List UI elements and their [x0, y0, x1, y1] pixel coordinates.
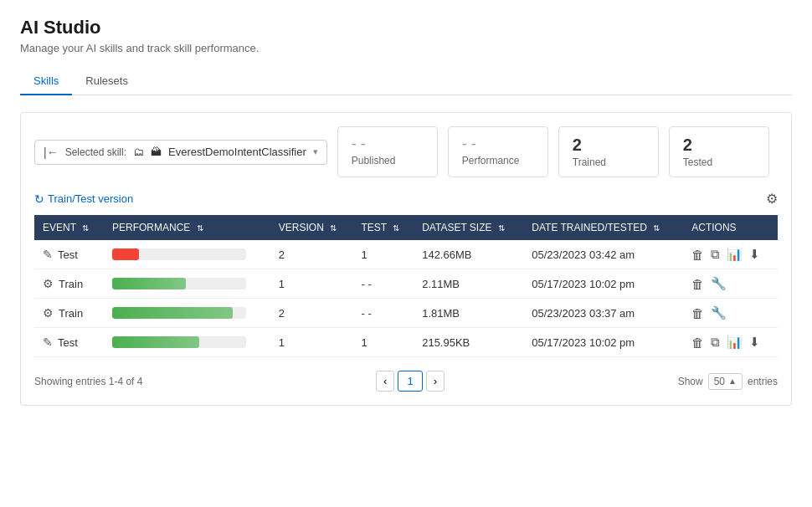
trained-value: 2	[573, 136, 645, 155]
per-page-value: 50	[714, 376, 725, 387]
train-test-button[interactable]: ↻ Train/Test version	[34, 192, 133, 206]
stats-cards: - - Published - - Performance 2 Trained …	[337, 126, 778, 177]
gear-icon: ⚙	[766, 192, 778, 206]
main-content: |← Selected skill: 🗂 🏔 EverestDemoIntent…	[20, 112, 792, 406]
sort-icon-event: ⇅	[82, 223, 89, 233]
delete-icon[interactable]: 🗑	[691, 248, 704, 262]
delete-icon[interactable]: 🗑	[691, 335, 704, 350]
pagination-controls: ‹ 1 ›	[376, 371, 445, 392]
refresh-icon: ↻	[34, 192, 44, 206]
toolbar: ↻ Train/Test version ⚙	[34, 191, 778, 207]
download-icon[interactable]: ⬇	[749, 247, 760, 262]
event-label: Test	[58, 248, 78, 261]
page-title: AI Studio	[20, 17, 792, 38]
table-header-row: EVENT ⇅ PERFORMANCE ⇅ VERSION ⇅ TEST ⇅	[34, 215, 778, 240]
table-row: ⚙ Train 2- -1.81MB05/23/2023 03:37 am🗑🔧	[34, 299, 778, 328]
performance-bar	[112, 278, 246, 289]
show-label: Show	[678, 376, 703, 387]
chevron-down-icon: ▾	[313, 146, 318, 157]
train-icon: ⚙	[43, 277, 54, 290]
pencil-icon: ✎	[43, 248, 53, 261]
copy-icon[interactable]: ⧉	[711, 247, 720, 262]
sort-icon-perf: ⇅	[197, 223, 203, 233]
sort-icon-dataset: ⇅	[498, 223, 505, 233]
delete-icon[interactable]: 🗑	[691, 277, 704, 291]
event-cell: ⚙ Train	[43, 306, 95, 320]
event-cell: ✎ Test	[43, 248, 95, 261]
progress-fill	[112, 248, 139, 260]
pagination: Showing entries 1-4 of 4 ‹ 1 › Show 50 ▲…	[34, 371, 778, 392]
show-entries: Show 50 ▲ entries	[678, 373, 778, 390]
dataset-size-cell: 215.95KB	[414, 328, 523, 357]
table-row: ⚙ Train 1- -2.11MB05/17/2023 10:02 pm🗑🔧	[34, 269, 778, 299]
skill-selector-label: Selected skill:	[65, 146, 126, 158]
dataset-size-cell: 2.11MB	[414, 269, 523, 299]
page-1-button[interactable]: 1	[398, 371, 422, 392]
train-icon: ⚙	[43, 306, 54, 320]
page-subtitle: Manage your AI skills and track skill pe…	[20, 42, 792, 54]
actions-cell: 🗑⧉📊⬇	[683, 240, 778, 269]
dataset-size-cell: 142.66MB	[414, 240, 523, 269]
test-cell: 1	[353, 328, 414, 357]
progress-fill	[112, 307, 233, 319]
skill-selector[interactable]: |← Selected skill: 🗂 🏔 EverestDemoIntent…	[34, 140, 327, 165]
train-test-label: Train/Test version	[48, 192, 133, 205]
event-cell: ✎ Test	[43, 335, 95, 349]
actions-cell: 🗑🔧	[683, 269, 778, 299]
action-icons: 🗑🔧	[691, 305, 769, 320]
pencil-icon: ✎	[43, 335, 53, 349]
event-cell: ⚙ Train	[43, 277, 95, 290]
chevron-up-icon: ▲	[728, 376, 737, 386]
tab-rulesets[interactable]: Rulesets	[72, 68, 141, 95]
tabs-bar: Skills Rulesets	[20, 68, 792, 95]
performance-bar	[112, 336, 246, 348]
skill-icon-2: 🏔	[151, 146, 162, 158]
wrench-icon[interactable]: 🔧	[711, 305, 727, 320]
action-icons: 🗑⧉📊⬇	[691, 247, 769, 262]
performance-bar	[112, 307, 246, 319]
delete-icon[interactable]: 🗑	[691, 306, 704, 320]
actions-cell: 🗑⧉📊⬇	[683, 328, 778, 357]
version-cell: 1	[270, 269, 353, 299]
test-cell: - -	[353, 299, 414, 328]
table-row: ✎ Test 21142.66MB05/23/2023 03:42 am🗑⧉📊⬇	[34, 240, 778, 269]
skill-row: |← Selected skill: 🗂 🏔 EverestDemoIntent…	[34, 126, 778, 177]
back-icon: |←	[44, 146, 59, 159]
sort-icon-version: ⇅	[330, 223, 337, 233]
col-version: VERSION ⇅	[270, 215, 353, 240]
per-page-selector[interactable]: 50 ▲	[708, 373, 743, 390]
event-label: Train	[59, 278, 83, 290]
pagination-info: Showing entries 1-4 of 4	[34, 376, 142, 387]
performance-value: - -	[462, 136, 534, 153]
chart-icon[interactable]: 📊	[727, 335, 743, 350]
col-performance: PERFORMANCE ⇅	[104, 215, 270, 240]
sort-icon-date: ⇅	[653, 223, 660, 233]
chart-icon[interactable]: 📊	[727, 247, 743, 262]
performance-label: Performance	[462, 155, 534, 166]
action-icons: 🗑⧉📊⬇	[691, 335, 769, 350]
published-label: Published	[352, 155, 424, 166]
prev-page-button[interactable]: ‹	[376, 371, 394, 392]
table-row: ✎ Test 11215.95KB05/17/2023 10:02 pm🗑⧉📊⬇	[34, 328, 778, 357]
date-cell: 05/17/2023 10:02 pm	[523, 269, 683, 299]
skill-icon: 🗂	[133, 146, 144, 158]
copy-icon[interactable]: ⧉	[711, 335, 720, 350]
download-icon[interactable]: ⬇	[749, 335, 760, 350]
events-table: EVENT ⇅ PERFORMANCE ⇅ VERSION ⇅ TEST ⇅	[34, 215, 778, 357]
test-cell: 1	[353, 240, 414, 269]
date-cell: 05/23/2023 03:42 am	[523, 240, 683, 269]
wrench-icon[interactable]: 🔧	[711, 276, 727, 291]
dataset-size-cell: 1.81MB	[414, 299, 523, 328]
version-cell: 2	[270, 299, 353, 328]
action-icons: 🗑🔧	[691, 276, 769, 291]
date-cell: 05/23/2023 03:37 am	[523, 299, 683, 328]
performance-bar	[112, 248, 246, 260]
sort-icon-test: ⇅	[393, 223, 399, 233]
progress-fill	[112, 278, 186, 289]
event-label: Test	[58, 336, 78, 349]
col-date: DATE TRAINED/TESTED ⇅	[523, 215, 683, 240]
settings-button[interactable]: ⚙	[766, 191, 778, 207]
next-page-button[interactable]: ›	[426, 371, 445, 392]
tab-skills[interactable]: Skills	[20, 68, 72, 95]
event-label: Train	[59, 307, 83, 320]
